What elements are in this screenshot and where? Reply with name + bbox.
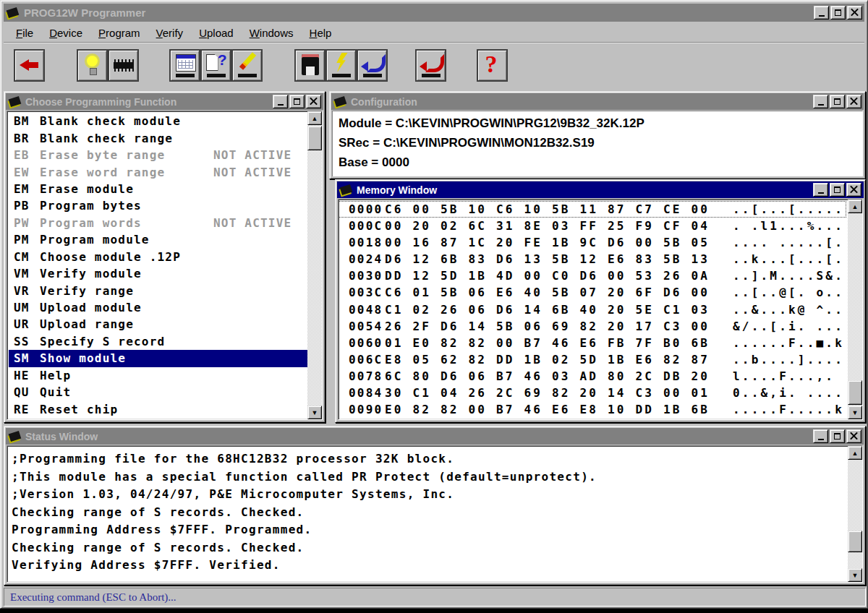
scroll-down-button[interactable]: ▼ <box>848 568 862 582</box>
list-item[interactable]: EM Erase module <box>9 181 306 197</box>
list-item[interactable]: SM Show module <box>9 350 320 366</box>
memory-row[interactable]: 0084 30 C1 04 26 2C 69 82 20 14 C3 00 01… <box>339 385 846 401</box>
program-module-button[interactable] <box>326 49 357 82</box>
list-item[interactable]: CM Choose module .12P <box>9 249 306 265</box>
blank-check-module-button[interactable] <box>77 49 108 82</box>
list-item[interactable]: PM Program module <box>9 231 306 248</box>
scroll-up-button[interactable]: ▲ <box>848 446 862 460</box>
close-button[interactable] <box>846 183 861 197</box>
list-item[interactable]: EW Erase word range NOT ACTIVE <box>9 163 306 180</box>
memory-scrollbar[interactable]: ▲ ▼ <box>848 200 862 419</box>
close-button[interactable] <box>846 429 861 443</box>
memory-window-titlebar[interactable]: Memory Window <box>337 181 864 198</box>
show-module-button[interactable] <box>169 49 200 82</box>
erase-module-button[interactable] <box>108 49 139 82</box>
help-button[interactable] <box>477 49 508 82</box>
status-window-titlebar[interactable]: Status Window <box>6 428 864 445</box>
document-question-icon <box>204 53 229 77</box>
close-icon <box>310 98 318 106</box>
minimize-button[interactable] <box>813 183 828 197</box>
configuration-line: Base = 0000 <box>339 153 856 172</box>
memory-row[interactable]: 0000 C6 00 5B 10 C6 10 5B 11 87 C7 CE 00… <box>339 201 846 218</box>
memory-row[interactable]: 0060 01 E0 82 82 00 B7 46 E6 FB 7F B0 6B… <box>339 335 846 351</box>
list-item[interactable]: VR Verify range <box>9 282 306 299</box>
configuration-window-title: Configuration <box>351 96 809 108</box>
scroll-down-button[interactable]: ▼ <box>307 406 322 419</box>
memory-row[interactable]: 000C 00 20 02 6C 31 8E 03 FF 25 F9 CF 04… <box>339 218 846 234</box>
function-window-titlebar[interactable]: Choose Programming Function <box>6 93 323 110</box>
scrollbar-thumb[interactable] <box>307 126 322 150</box>
list-item[interactable]: PB Program bytes <box>9 197 306 214</box>
scroll-up-button[interactable]: ▲ <box>848 200 862 213</box>
main-titlebar[interactable]: PROG12W Programmer <box>4 4 864 22</box>
program-bytes-button[interactable] <box>231 49 263 82</box>
verify-module-button[interactable] <box>357 49 388 82</box>
list-item[interactable]: QU Quit <box>9 384 306 400</box>
maximize-button[interactable] <box>830 429 845 443</box>
menu-item-verify[interactable]: Verify <box>150 25 190 41</box>
close-button[interactable] <box>306 95 321 108</box>
scrollbar-thumb[interactable] <box>848 380 862 405</box>
scroll-down-icon: ▼ <box>852 572 859 579</box>
pencil-icon <box>235 53 260 77</box>
menu-item-upload[interactable]: Upload <box>192 25 240 41</box>
menu-item-device[interactable]: Device <box>43 25 89 41</box>
memory-row[interactable]: 0048 C1 02 26 06 D6 14 6B 40 20 5E C1 03… <box>339 301 846 317</box>
list-item[interactable]: BR Blank check range <box>9 129 306 146</box>
minimize-icon <box>818 192 824 194</box>
list-item[interactable]: HE Help <box>9 367 306 384</box>
menu-item-windows[interactable]: Windows <box>243 25 300 41</box>
scrollbar-thumb[interactable] <box>848 531 862 552</box>
question-mark-icon <box>480 53 505 77</box>
memory-row[interactable]: 0054 26 2F D6 14 5B 06 69 82 20 17 C3 00… <box>339 318 846 335</box>
menu-item-help[interactable]: Help <box>303 25 339 41</box>
configuration-window-titlebar[interactable]: Configuration <box>331 93 864 110</box>
scrollbar-track[interactable] <box>307 125 322 406</box>
menu-item-program[interactable]: Program <box>92 25 147 41</box>
minimize-button[interactable] <box>813 95 828 108</box>
close-button[interactable] <box>847 6 862 20</box>
upload-module-button[interactable] <box>415 49 446 82</box>
close-button[interactable] <box>846 95 861 108</box>
lightbulb-icon <box>80 53 105 77</box>
memory-row[interactable]: 006C E8 05 62 82 DD 1B 02 5D 1B E6 82 87… <box>339 351 846 368</box>
specify-srecord-button[interactable] <box>200 49 231 82</box>
status-line: ;Version 1.03, 04/24/97, P&E Microcomput… <box>12 486 843 504</box>
list-item[interactable]: UR Upload range <box>9 316 306 333</box>
scroll-down-button[interactable]: ▼ <box>848 406 862 419</box>
function-list: BM Blank check module BR Blank check ran… <box>7 111 322 419</box>
save-button[interactable] <box>294 49 326 82</box>
memory-row[interactable]: 0018 00 16 87 1C 20 FE 1B 9C D6 00 5B 05… <box>339 234 846 251</box>
memory-window-title: Memory Window <box>357 184 809 196</box>
memory-row[interactable]: 0078 6C 80 D6 06 B7 46 03 AD 80 2C DB 20… <box>339 368 846 385</box>
minimize-button[interactable] <box>814 6 829 20</box>
list-item[interactable]: VM Verify module <box>9 265 306 282</box>
memory-row[interactable]: 003C C6 01 5B 06 E6 40 5B 07 20 6F D6 00… <box>339 284 846 301</box>
list-item[interactable]: SS Specify S record <box>9 333 306 350</box>
maximize-icon <box>834 433 841 440</box>
minimize-icon <box>819 15 825 17</box>
status-line: Programming Address $7FFF. Programmed. <box>12 521 843 539</box>
memory-row[interactable]: 0030 DD 12 5D 1B 4D 00 C0 D6 00 53 26 0A… <box>339 267 846 284</box>
menu-item-file[interactable]: File <box>9 25 40 41</box>
list-item[interactable]: RE Reset chip <box>9 400 306 417</box>
maximize-button[interactable] <box>830 95 845 108</box>
list-item[interactable]: UM Upload module <box>9 299 306 316</box>
list-item[interactable]: BM Blank check module <box>9 113 306 129</box>
application-window: PROG12W Programmer FileDeviceProgramVeri… <box>0 0 868 609</box>
status-scrollbar[interactable]: ▲ ▼ <box>848 446 862 582</box>
scrollbar-track[interactable] <box>848 213 862 406</box>
scroll-up-button[interactable]: ▲ <box>307 111 322 125</box>
memory-row[interactable]: 0090 E0 82 82 00 B7 46 E6 E8 10 DD 1B 6B… <box>339 401 846 418</box>
function-list-scrollbar[interactable]: ▲ ▼ <box>307 111 322 419</box>
list-item[interactable]: PW Program words NOT ACTIVE <box>9 215 306 231</box>
maximize-button[interactable] <box>830 183 845 197</box>
maximize-button[interactable] <box>289 95 305 108</box>
maximize-button[interactable] <box>830 6 846 20</box>
exit-button[interactable] <box>14 49 45 82</box>
minimize-button[interactable] <box>273 95 288 108</box>
scrollbar-track[interactable] <box>848 460 862 568</box>
minimize-button[interactable] <box>813 429 828 443</box>
memory-row[interactable]: 0024 D6 12 6B 83 D6 13 5B 12 E6 83 5B 13… <box>339 251 846 267</box>
list-item[interactable]: EB Erase byte range NOT ACTIVE <box>9 147 306 163</box>
